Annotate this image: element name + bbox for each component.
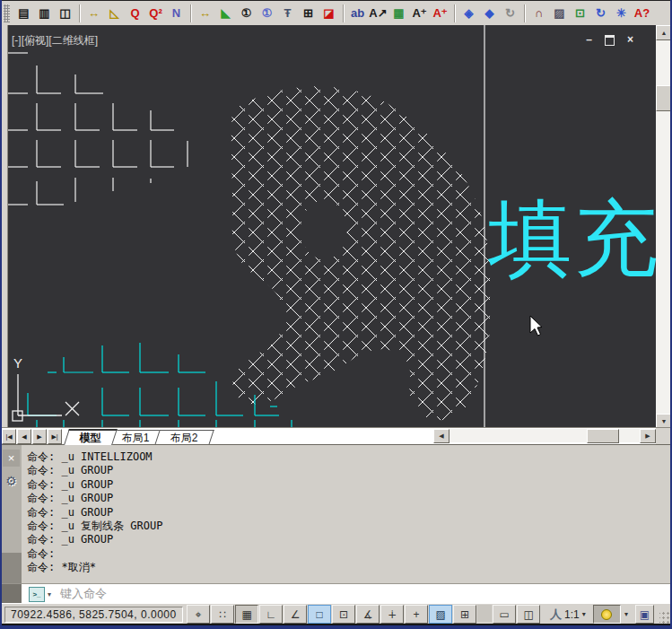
copy-object-icon[interactable]: ⊡ [570,4,590,23]
tab-first-button[interactable]: |◀ [2,429,16,444]
window-border-top [0,0,672,1]
rotate-selection-icon[interactable]: ↻ [590,4,611,23]
burst-icon[interactable]: ✳ [611,4,632,23]
command-history-line: 命令: _u GROUP [27,506,667,520]
workspace-window-icon[interactable]: ▣ [635,605,654,624]
command-history-line: 命令: _u 复制线条 GROUP [27,520,667,533]
text-arrow-icon[interactable]: A↗ [368,4,388,23]
command-history-line: 命令: _u INTELLIZOOM [27,450,667,464]
minimize-icon[interactable]: – [583,34,595,45]
angle-snap-toggle[interactable]: ∡ [356,605,380,624]
window-border-left [0,0,2,629]
command-history-line: 命令: _u GROUP [27,464,667,477]
snap-3d-toggle[interactable]: ⊡ [332,605,355,624]
snap-mode-toggle[interactable]: ⌖ [187,605,210,624]
annotation-person-icon: 人 [550,607,562,623]
revision-cloud-icon[interactable]: N [166,4,187,23]
restore-icon[interactable] [605,35,615,46]
command-wrench-icon[interactable]: ⚙ [3,472,20,489]
quick-properties-toggle[interactable]: ⊞ [453,605,476,624]
vertical-scrollbar[interactable]: ▲ ▼ [656,25,670,427]
command-history-line: 命令: _u GROUP [27,492,667,505]
viewport-controls-label[interactable]: [-][俯视][二维线框] [12,33,98,48]
toolbar-separator [190,4,191,22]
annotation-scale-control[interactable]: 人 1:1 ▾ [550,607,586,623]
command-close-icon[interactable]: × [3,450,20,467]
add-text-icon[interactable]: A⁺ [409,4,430,23]
docked-toolbar-strip [2,25,8,444]
zoom-window-icon[interactable]: Q [125,4,145,23]
status-bar: 70922.4586, 5825.7504, 0.0000 ⌖∷▦∟∠□⊡∡∔+… [2,603,670,625]
match-properties-icon[interactable]: ◈ [458,4,479,23]
tab-last-button[interactable]: ▶| [48,429,62,444]
annotation-scale-dropdown-icon[interactable]: ▾ [582,610,586,618]
drawing-canvas[interactable]: Y填充 [-][俯视][二维线框] – × [8,25,656,427]
tab-label: 布局2 [170,431,198,446]
command-panel-strip: × ⚙ [2,445,22,584]
slope-triangle-icon[interactable]: ◣ [215,4,236,23]
otrack-toggle[interactable]: ∔ [380,605,404,624]
hatch-area [231,86,492,420]
magnet-icon[interactable]: ∩ [528,4,549,23]
command-line-panel: × ⚙ 命令: _u INTELLIZOOM命令: _u GROUP命令: _u… [2,444,670,584]
linear-dimension-icon[interactable]: ↔ [83,4,104,23]
drawing-document-window: Y填充 [-][俯视][二维线框] – × ▲ ▼ |◀◀▶▶|模型布局1布局2… [2,25,670,444]
resize-grip[interactable] [659,612,670,625]
table-export-icon[interactable]: ▦ [388,4,409,23]
command-input-row[interactable]: >_ ▾ 键入命令 [2,583,670,604]
command-history-line: 命令: _u GROUP [27,478,667,492]
fill-text-object: 填充 [487,190,656,287]
bulb-dropdown-icon[interactable]: ▾ [624,610,628,618]
leader-text-icon[interactable]: Ŧ [277,4,298,23]
bulb-tool-icon[interactable]: ◆ [479,4,500,23]
status-toggles: ⌖∷▦∟∠□⊡∡∔+▨⊞▭◫ [187,605,541,624]
command-history-line: 命令: *取消* [27,561,667,574]
scroll-right-icon[interactable]: ▶ [640,429,656,443]
callout-box-icon[interactable]: ⊞ [298,4,319,23]
command-prompt-icon[interactable]: >_ [29,587,45,602]
command-strip-handle[interactable] [2,553,22,584]
properties-panel-icon[interactable]: ◫ [55,4,75,23]
add-text-red-icon[interactable]: A⁺ [430,4,450,23]
horizontal-scroll-thumb[interactable] [587,429,619,443]
ortho-mode-toggle[interactable]: ∟ [259,605,283,624]
drawing-content: Y填充 [8,25,656,427]
hatch-region-icon[interactable]: ▨ [549,4,570,23]
slope-sheet-icon[interactable]: ◪ [319,4,339,23]
tab-model[interactable]: 模型 [64,429,118,445]
zoom-scale-icon[interactable]: Q² [145,4,166,23]
text-query-icon[interactable]: A? [632,4,652,23]
close-icon[interactable]: × [624,34,636,45]
balloon-settings-icon[interactable]: ① [257,4,277,23]
grid-display-toggle[interactable]: ▦ [235,605,258,624]
tab-layout2[interactable]: 布局2 [154,430,214,445]
rotate-gray-icon[interactable]: ↻ [500,4,520,23]
model-space-button[interactable]: ▭ [493,605,516,624]
cell-row-icon[interactable]: ▥ [34,4,55,23]
find-text-icon[interactable]: ab [347,4,368,23]
object-snap-toggle[interactable]: □ [308,605,331,624]
mtext-list-icon[interactable]: ▤ [13,4,34,23]
tab-label: 模型 [80,431,101,446]
grid-dots-toggle[interactable]: ∷ [211,605,234,624]
prompt-dropdown-icon[interactable]: ▾ [48,590,51,598]
dimension-style-icon[interactable]: ↔ [195,4,215,23]
annotation-visibility-control[interactable] [593,605,621,624]
toolbar-grip[interactable] [4,4,10,22]
balloon-number-icon[interactable]: ① [236,4,257,23]
horizontal-scrollbar[interactable]: ◀ ▶ [433,429,656,442]
mouse-cursor [530,316,542,336]
slope-dimension-icon[interactable]: ◺ [104,4,125,23]
status-spacer [477,605,492,622]
tab-prev-button[interactable]: ◀ [17,429,31,444]
command-input[interactable]: 键入命令 [60,586,107,602]
polar-tracking-toggle[interactable]: ∠ [284,605,307,624]
vertical-scroll-thumb[interactable] [656,85,671,111]
dual-screen-button[interactable]: ◫ [517,605,540,624]
lineweight-toggle[interactable]: ▨ [429,605,452,624]
scroll-left-icon[interactable]: ◀ [433,429,449,443]
coordinates-display[interactable]: 70922.4586, 5825.7504, 0.0000 [4,607,183,623]
dynamic-input-toggle[interactable]: + [405,605,428,624]
main-toolbar: ▤▥◫↔◺QQ²N↔◣①①Ŧ⊞◪abA↗▦A⁺A⁺◈◆↻∩▨⊡↻✳A? [2,1,670,26]
tab-next-button[interactable]: ▶ [32,429,47,444]
